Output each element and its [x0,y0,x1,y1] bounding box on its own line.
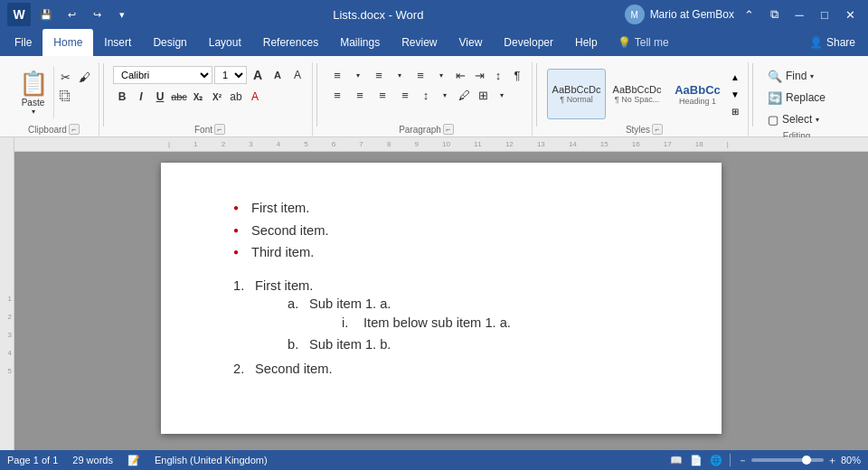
minimize-btn[interactable]: ─ [788,5,810,24]
italic-btn[interactable]: I [132,88,150,106]
menu-help[interactable]: Help [564,29,609,56]
style-heading1-label: Heading 1 [679,97,716,106]
superscript-btn[interactable]: X² [208,88,226,106]
numbering-btn[interactable]: ≡ [368,66,390,84]
line-spacing-arrow[interactable]: ▾ [436,86,454,104]
bullets-arrow[interactable]: ▾ [349,66,367,84]
doc-area[interactable]: | 1 2 3 4 5 6 7 8 9 10 11 12 13 14 15 16… [14,137,868,450]
text-highlight-btn[interactable]: ab [227,88,245,106]
gallery-up-btn[interactable]: ▲ [729,69,741,85]
undo-btn[interactable]: ↩ [61,5,81,24]
document-page[interactable]: First item. Second item. Third item. 1. … [161,163,722,434]
menu-view[interactable]: View [448,29,494,56]
justify-btn[interactable]: ≡ [394,86,416,104]
center-btn[interactable]: ≡ [349,86,371,104]
redo-btn[interactable]: ↪ [87,5,107,24]
quick-save-btn[interactable]: 💾 [36,5,56,24]
doc-content: First item. Second item. Third item. 1. … [233,199,649,378]
gallery-more-btn[interactable]: ⊞ [729,103,741,119]
clipboard-label: Clipboard ⌐ [13,122,95,136]
increase-indent-btn[interactable]: ⇥ [470,66,488,84]
menu-developer[interactable]: Developer [493,29,564,56]
tell-me-btn[interactable]: 💡 Tell me [609,29,678,56]
list-item: a. Sub item 1. a. i. Item below sub item… [288,295,649,332]
replace-label: Replace [786,91,826,104]
font-color-btn[interactable]: A [246,88,264,106]
gallery-down-btn[interactable]: ▼ [729,86,741,102]
proofing-icon: 📝 [127,455,140,466]
style-normal[interactable]: AaBbCcDc ¶ Normal [547,69,606,119]
close-btn[interactable]: ✕ [839,5,861,24]
cut-btn[interactable]: ✂ [56,68,74,86]
num-1: 1. [233,277,244,296]
underline-btn[interactable]: U [151,88,169,106]
title-bar: W 💾 ↩ ↪ ▾ Lists.docx - Word M Mario at G… [0,0,868,29]
style-no-spacing[interactable]: AaBbCcDc ¶ No Spac... [608,69,666,119]
align-right-btn[interactable]: ≡ [372,86,393,104]
zoom-in-btn[interactable]: ＋ [827,454,837,467]
menu-home[interactable]: Home [42,29,93,56]
show-hide-btn[interactable]: ¶ [508,66,526,84]
user-name: Mario at GemBox [650,8,734,21]
share-btn[interactable]: 👤 Share [800,29,864,56]
user-area[interactable]: M Mario at GemBox [625,5,734,24]
line-spacing-btn[interactable]: ↕ [417,86,435,104]
clip-row-1: ✂ 🖌 [56,68,93,86]
multilevel-arrow[interactable]: ▾ [432,66,450,84]
paste-btn[interactable]: 📋 Paste ▾ [13,66,54,119]
shading-btn[interactable]: 🖊 [455,86,473,104]
view-read-btn[interactable]: 📖 [670,455,683,466]
menu-design[interactable]: Design [142,29,197,56]
strikethrough-btn[interactable]: abc [170,88,188,106]
ribbon-collapse-btn[interactable]: ⌃ [738,5,760,24]
menu-layout[interactable]: Layout [198,29,252,56]
align-left-btn[interactable]: ≡ [326,86,348,104]
decrease-indent-btn[interactable]: ⇤ [451,66,469,84]
clipboard-expand-btn[interactable]: ⌐ [69,124,80,135]
ruler-h-inner: | 1 2 3 4 5 6 7 8 9 10 11 12 13 14 15 16… [168,140,729,148]
share-label: Share [826,36,855,49]
view-print-btn[interactable]: 📄 [690,455,703,466]
style-no-spacing-preview: AaBbCcDc [613,84,662,95]
paste-label: Paste [22,98,45,108]
font-group: Calibri 11 A A A B I U abc X₂ X² ab A [108,62,313,136]
menu-bar: File Home Insert Design Layout Reference… [0,29,868,56]
clear-format-btn[interactable]: A [288,66,307,84]
numbering-arrow[interactable]: ▾ [391,66,409,84]
font-size-select[interactable]: 11 [214,66,247,84]
menu-review[interactable]: Review [391,29,448,56]
bullets-btn[interactable]: ≡ [326,66,348,84]
restore-btn[interactable]: ⧉ [763,5,785,24]
customize-qat-btn[interactable]: ▾ [112,5,132,24]
restore-window-btn[interactable]: □ [814,5,835,24]
format-painter-btn[interactable]: 🖌 [75,68,93,86]
subscript-btn[interactable]: X₂ [189,88,207,106]
bold-btn[interactable]: B [113,88,131,106]
grow-font-btn[interactable]: A [249,66,267,84]
style-heading1[interactable]: AaBbCc Heading 1 [668,69,727,119]
sort-btn[interactable]: ↕ [489,66,507,84]
ribbon: 📋 Paste ▾ ✂ 🖌 ⿻ Clipboard ⌐ [0,56,868,137]
font-expand-btn[interactable]: ⌐ [214,124,225,135]
menu-insert[interactable]: Insert [93,29,142,56]
clipboard-small-btns: ✂ 🖌 ⿻ [54,66,95,107]
replace-btn[interactable]: 🔄 Replace [762,88,831,108]
find-btn[interactable]: 🔍 Find ▾ [762,66,819,86]
zoom-thumb[interactable] [802,456,811,465]
zoom-out-btn[interactable]: － [738,454,748,467]
multilevel-btn[interactable]: ≡ [410,66,431,84]
menu-mailings[interactable]: Mailings [329,29,391,56]
select-btn[interactable]: ▢ Select ▾ [762,109,825,129]
borders-arrow[interactable]: ▾ [493,86,511,104]
styles-expand-btn[interactable]: ⌐ [652,124,663,135]
para-expand-btn[interactable]: ⌐ [443,124,454,135]
borders-btn[interactable]: ⊞ [474,86,492,104]
menu-references[interactable]: References [252,29,329,56]
shrink-font-btn[interactable]: A [269,66,287,84]
font-name-select[interactable]: Calibri [113,66,212,84]
copy-btn[interactable]: ⿻ [56,87,74,105]
zoom-slider[interactable] [751,458,824,462]
view-web-btn[interactable]: 🌐 [710,455,722,466]
menu-file[interactable]: File [4,29,42,56]
share-icon: 👤 [809,36,823,49]
